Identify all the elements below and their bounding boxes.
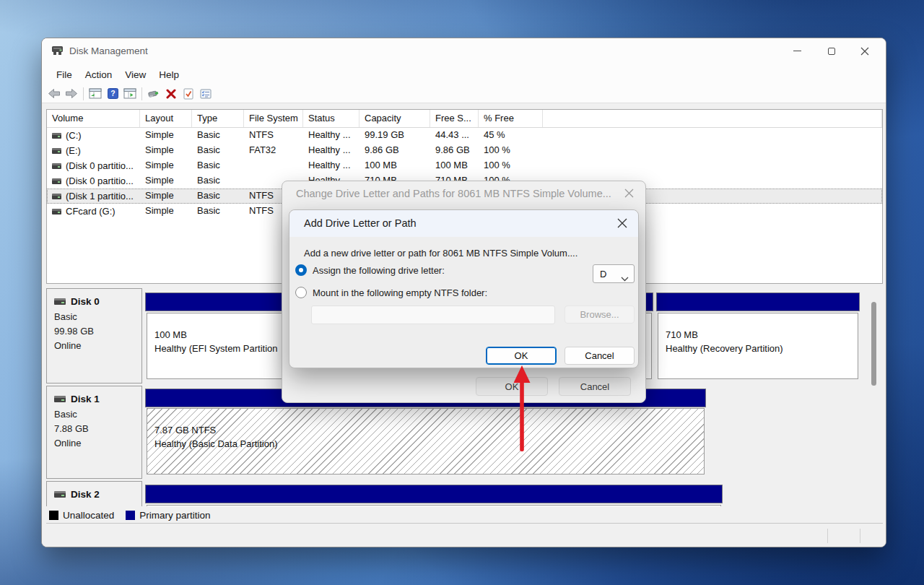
dialog-description: Add a new drive letter or path for 8061 … [304, 248, 578, 259]
detach-view-button[interactable] [145, 86, 162, 102]
menu-bar: File Action View Help [42, 64, 886, 84]
disk-name: Disk 1 [71, 394, 100, 404]
console-tree-button[interactable] [87, 86, 104, 102]
volume-name: CFcard (G:) [66, 206, 116, 217]
vertical-scrollbar[interactable] [871, 302, 876, 386]
cell-type: Basic [192, 143, 244, 158]
cell-type: Basic [192, 128, 244, 143]
cell-layout: Simple [140, 128, 192, 143]
partition-size: 710 MB [666, 328, 858, 342]
disk-info: Basic7.88 GBOnline [54, 407, 141, 451]
volume-icon [52, 209, 61, 214]
column-capacity[interactable]: Capacity [359, 110, 430, 127]
properties-list-button[interactable] [197, 86, 214, 102]
cell-layout: Simple [140, 204, 192, 219]
statusbar-separator [827, 529, 828, 543]
volume-name: (Disk 1 partitio... [66, 191, 134, 202]
disk-icon [54, 298, 66, 305]
help-icon: ? [108, 88, 118, 99]
column-free-space[interactable]: Free S... [430, 110, 479, 127]
disk-info: Basic99.98 GBOnline [54, 310, 141, 353]
partition-color-bar [145, 485, 723, 503]
console-detail-icon [123, 88, 136, 99]
volume-name: (Disk 0 partitio... [66, 176, 134, 186]
volume-name: (E:) [66, 145, 81, 156]
partition-recovery[interactable]: 710 MB Healthy (Recovery Partition) [656, 288, 860, 384]
statusbar-separator [860, 529, 860, 543]
back-icon [48, 88, 61, 99]
disk-name: Disk 2 [71, 489, 100, 500]
table-row[interactable]: (Disk 0 partitio... Simple Basic Healthy… [47, 158, 882, 173]
cell-layout: Simple [140, 173, 192, 188]
cell-layout: Simple [140, 158, 192, 173]
volume-icon [52, 178, 61, 184]
disk-management-icon [51, 46, 64, 58]
disk-1-label[interactable]: Disk 1 Basic7.88 GBOnline [46, 386, 142, 479]
cell-capacity: 100 MB [359, 158, 430, 173]
properties-list-icon [200, 89, 212, 99]
check-report-button[interactable] [180, 86, 197, 102]
cancel-button-inactive[interactable]: Cancel [559, 377, 631, 396]
partition-status: Healthy (Basic Data Partition) [154, 437, 704, 451]
status-bar [42, 524, 886, 547]
folder-path-input[interactable] [311, 306, 555, 324]
close-icon[interactable] [617, 218, 627, 231]
assign-label: Assign the following drive letter: [313, 265, 445, 276]
volume-name: (Disk 0 partitio... [66, 160, 134, 171]
dialog-title: Add Drive Letter or Path [304, 217, 417, 229]
cell-free: 9.86 GB [430, 143, 479, 158]
help-button[interactable]: ? [104, 86, 121, 102]
browse-button[interactable]: Browse... [565, 306, 635, 324]
cell-type: Basic [192, 188, 244, 204]
cell-pct: 100 % [479, 158, 543, 173]
console-tree-icon [89, 88, 102, 99]
cell-status: Healthy ... [303, 143, 359, 158]
cell-layout: Simple [140, 143, 192, 158]
legend-unallocated-label: Unallocated [63, 510, 114, 521]
close-button[interactable] [848, 38, 881, 64]
partition-status: Healthy (Recovery Partition) [666, 342, 858, 355]
column-file-system[interactable]: File System [244, 110, 303, 127]
table-row[interactable]: (E:) Simple Basic FAT32 Healthy ... 9.86… [47, 143, 882, 158]
radio-selected-icon[interactable] [295, 264, 307, 276]
cell-capacity: 9.86 GB [359, 143, 430, 158]
title-bar: Disk Management [42, 38, 886, 64]
menu-action[interactable]: Action [79, 67, 119, 82]
column-volume[interactable]: Volume [47, 110, 140, 127]
legend: Unallocated Primary partition [42, 506, 886, 524]
column-status[interactable]: Status [303, 110, 359, 127]
cell-fs: NTFS [244, 128, 303, 143]
partition-e[interactable]: (E:) [145, 481, 723, 506]
console-detail-button[interactable] [121, 86, 139, 102]
cell-status: Healthy ... [303, 128, 359, 143]
disk-0-label[interactable]: Disk 0 Basic99.98 GBOnline [46, 288, 142, 384]
table-row[interactable]: (C:) Simple Basic NTFS Healthy ... 99.19… [47, 128, 882, 143]
menu-file[interactable]: File [50, 67, 79, 82]
close-icon[interactable] [624, 188, 634, 201]
menu-view[interactable]: View [118, 67, 152, 82]
mount-folder-option[interactable]: Mount in the following empty NTFS folder… [295, 287, 487, 298]
minimize-icon [793, 51, 801, 51]
forward-button[interactable] [63, 86, 80, 102]
menu-help[interactable]: Help [152, 67, 186, 82]
radio-unselected-icon[interactable] [295, 287, 307, 298]
cancel-button[interactable]: Cancel [565, 347, 635, 365]
cell-fs: FAT32 [244, 143, 303, 158]
column-pct-free[interactable]: % Free [479, 110, 543, 127]
back-button[interactable] [45, 86, 63, 102]
minimize-button[interactable] [780, 38, 814, 64]
mount-label: Mount in the following empty NTFS folder… [313, 287, 487, 298]
cell-capacity: 99.19 GB [359, 128, 430, 143]
column-type[interactable]: Type [192, 110, 244, 127]
column-layout[interactable]: Layout [140, 110, 192, 127]
check-report-icon [183, 88, 193, 100]
cell-type: Basic [192, 158, 244, 173]
assign-drive-letter-option[interactable]: Assign the following drive letter: [295, 264, 445, 276]
volume-name: (C:) [66, 130, 82, 141]
delete-volume-button[interactable] [162, 86, 180, 102]
maximize-button[interactable] [815, 38, 848, 64]
partition-size: 7.87 GB NTFS [154, 423, 704, 437]
disk-2-label[interactable]: Disk 2 Basic [46, 481, 142, 506]
drive-letter-dropdown[interactable]: D [593, 264, 635, 283]
window-title: Disk Management [69, 46, 148, 56]
